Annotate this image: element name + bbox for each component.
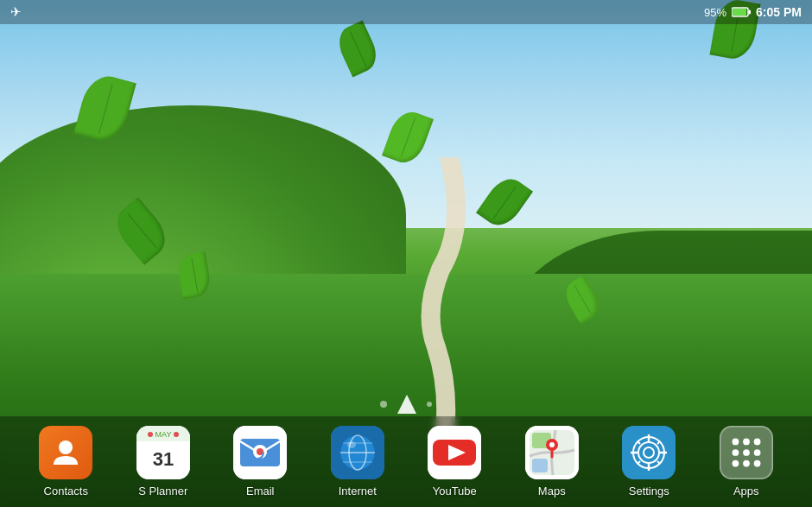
maps-label: Maps xyxy=(538,485,566,497)
home-indicator xyxy=(380,395,432,414)
internet-label: Internet xyxy=(339,485,377,497)
path-svg xyxy=(0,157,812,434)
svg-point-50 xyxy=(732,460,739,467)
status-right: 95% 6:05 PM xyxy=(704,5,802,19)
svg-point-52 xyxy=(753,460,760,467)
app-maps[interactable]: Maps xyxy=(513,426,591,497)
contacts-label: Contacts xyxy=(44,485,88,497)
page-dot-2[interactable] xyxy=(427,402,432,407)
svg-point-30 xyxy=(549,442,555,447)
page-dot-1[interactable] xyxy=(380,401,387,408)
app-email[interactable]: Email xyxy=(221,426,299,497)
settings-icon xyxy=(622,426,676,479)
svg-point-46 xyxy=(753,439,760,446)
svg-rect-2 xyxy=(733,9,746,16)
time-display: 6:05 PM xyxy=(756,5,802,19)
app-contacts[interactable]: Contacts xyxy=(27,426,105,497)
battery-icon xyxy=(732,7,751,17)
app-splanner[interactable]: 31 MAY S Planner xyxy=(124,426,202,497)
svg-point-3 xyxy=(59,440,73,454)
svg-point-51 xyxy=(743,460,750,467)
apps-label: Apps xyxy=(733,485,759,497)
svg-point-47 xyxy=(732,449,739,456)
svg-point-9 xyxy=(148,432,153,437)
status-bar: ✈ 95% 6:05 PM xyxy=(0,0,812,24)
youtube-label: YouTube xyxy=(433,485,477,497)
email-label: Email xyxy=(246,485,275,497)
svg-point-44 xyxy=(732,439,739,446)
splanner-icon: 31 MAY xyxy=(136,426,190,479)
contacts-icon xyxy=(39,426,92,479)
svg-rect-28 xyxy=(532,459,548,472)
svg-rect-31 xyxy=(622,426,676,479)
battery-percent: 95% xyxy=(704,6,726,19)
maps-icon xyxy=(525,426,579,479)
splanner-label: S Planner xyxy=(138,485,187,497)
apps-icon xyxy=(720,426,773,479)
app-apps[interactable]: Apps xyxy=(707,426,785,497)
app-settings[interactable]: Settings xyxy=(610,426,688,497)
home-button[interactable] xyxy=(397,395,416,414)
app-youtube[interactable]: YouTube xyxy=(416,426,493,497)
svg-point-48 xyxy=(743,449,750,456)
internet-icon xyxy=(331,426,384,479)
svg-text:MAY: MAY xyxy=(155,430,171,439)
svg-point-45 xyxy=(743,439,750,446)
settings-label: Settings xyxy=(629,485,669,497)
email-icon xyxy=(233,426,287,479)
svg-point-21 xyxy=(347,441,356,448)
svg-rect-1 xyxy=(749,10,752,15)
app-internet[interactable]: Internet xyxy=(319,426,396,497)
svg-point-10 xyxy=(174,432,179,437)
dock: Contacts 31 MAY S Planner xyxy=(0,416,812,507)
airplane-icon: ✈ xyxy=(10,4,22,20)
youtube-icon xyxy=(428,426,481,479)
status-left: ✈ xyxy=(10,4,22,20)
svg-point-49 xyxy=(753,449,760,456)
svg-text:31: 31 xyxy=(153,448,174,470)
